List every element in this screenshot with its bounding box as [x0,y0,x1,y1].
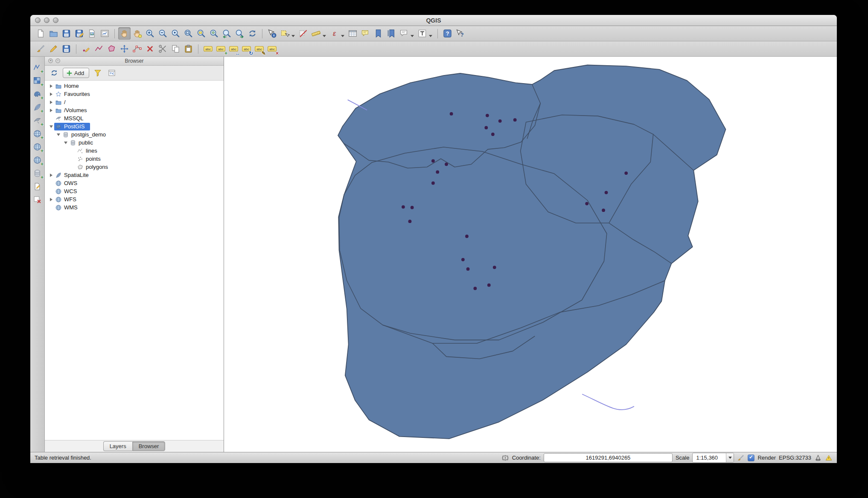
capture-line-button[interactable] [93,43,105,55]
tree-item-favourites[interactable]: Favourites [45,90,224,98]
new-bookmark-button[interactable] [372,27,384,40]
coordinate-input[interactable] [544,453,673,462]
scale-combo[interactable]: 1:15,360 [692,453,734,463]
copy-features-button[interactable] [169,43,182,55]
open-project-button[interactable] [47,27,60,40]
tree-item-postgis[interactable]: PostGIS [45,122,224,130]
current-edits-button[interactable] [35,43,47,55]
add-database-layer-button[interactable]: + [32,168,43,179]
save-edits-button[interactable] [60,43,73,55]
browser-refresh-button[interactable] [49,67,60,78]
label-pin-button[interactable]: + [215,43,227,55]
add-selected-layers-button[interactable]: Add [63,68,89,78]
zoom-to-selection-button[interactable] [195,27,207,40]
zoom-to-layer-button[interactable] [208,27,220,40]
remove-layer-button[interactable] [32,194,43,206]
annotation-button[interactable] [398,27,410,40]
window-titlebar[interactable]: QGIS [30,15,837,26]
attribute-table-button[interactable] [347,27,359,40]
add-wcs-layer-button[interactable]: + [32,141,43,153]
panel-tab-browser[interactable]: Browser [132,441,166,451]
identify-button[interactable] [266,27,278,40]
deselect-features-button[interactable] [297,27,309,40]
zoom-next-button[interactable] [233,27,246,40]
zoom-full-button[interactable] [182,27,195,40]
label-button[interactable] [202,43,214,55]
tree-item-[interactable]: / [45,98,224,106]
field-calculator-button[interactable] [328,27,341,40]
label-rotate-button[interactable]: ↻ [240,43,253,55]
help-button[interactable] [441,27,454,40]
expander-closed-icon[interactable] [48,84,54,88]
save-project-as-button[interactable] [73,27,85,40]
panel-tab-layers[interactable]: Layers [103,441,132,451]
expander-closed-icon[interactable] [48,174,54,177]
draw-brush-icon[interactable] [737,454,745,462]
measure-button[interactable] [310,27,322,40]
dropdown-caret-icon[interactable] [291,35,295,37]
whats-this-button[interactable] [454,27,466,40]
tree-item-wms[interactable]: WMS [45,203,224,211]
text-annotation-button[interactable] [416,27,428,40]
close-window-button[interactable] [35,17,41,23]
tree-item-spatialite[interactable]: SpatiaLite [45,171,224,179]
panel-close-button[interactable] [48,58,53,63]
new-print-composer-button[interactable] [99,27,111,40]
tree-item-wcs[interactable]: WCS [45,187,224,195]
add-raster-layer-button[interactable]: + [32,75,43,87]
expander-open-icon[interactable] [48,125,54,128]
add-wms-layer-button[interactable]: + [32,128,43,139]
label-move-button[interactable]: ↔ [227,43,240,55]
paste-features-button[interactable] [182,43,195,55]
zoom-native-button[interactable] [169,27,182,40]
zoom-last-button[interactable] [221,27,233,40]
new-shapefile-layer-button[interactable] [32,181,43,192]
tree-item-lines[interactable]: lines [45,147,224,155]
capture-polygon-button[interactable] [105,43,118,55]
log-messages-icon[interactable] [825,454,833,462]
expander-closed-icon[interactable] [48,93,54,96]
node-tool-button[interactable] [131,43,143,55]
tree-item-public[interactable]: public [45,139,224,147]
add-wfs-layer-button[interactable]: + [32,154,43,166]
save-as-image-button[interactable] [86,27,98,40]
minimize-window-button[interactable] [44,17,50,23]
dropdown-caret-icon[interactable] [323,35,326,37]
tree-item-ows[interactable]: OWS [45,179,224,187]
tree-item-wfs[interactable]: WFS [45,195,224,203]
cut-features-button[interactable] [157,43,169,55]
delete-selected-button[interactable] [144,43,156,55]
render-checkbox[interactable] [748,455,754,461]
dropdown-caret-icon[interactable] [429,35,432,37]
toggle-editing-button[interactable] [47,43,60,55]
expander-closed-icon[interactable] [48,198,54,201]
label-edit-button[interactable]: ✎ [253,43,265,55]
tree-item-points[interactable]: points [45,155,224,163]
new-project-button[interactable] [35,27,47,40]
map-canvas[interactable] [224,57,837,452]
crs-status-icon[interactable] [814,454,822,462]
add-vector-layer-button[interactable]: + [32,62,43,73]
save-project-button[interactable] [60,27,73,40]
zoom-window-button[interactable] [53,17,58,23]
tree-item-home[interactable]: Home [45,82,224,90]
capture-point-button[interactable] [80,43,92,55]
label-delete-button[interactable]: × [266,43,278,55]
expander-open-icon[interactable] [55,133,61,136]
show-bookmarks-button[interactable] [385,27,397,40]
expander-open-icon[interactable] [63,142,69,144]
tree-item-polygons[interactable]: polygons [45,163,224,171]
browser-collapse-button[interactable] [106,67,117,78]
dropdown-caret-icon[interactable] [411,35,414,37]
tree-item-mssql[interactable]: MSSQL [45,114,224,122]
add-mssql-layer-button[interactable]: + [32,115,43,126]
zoom-in-button[interactable] [144,27,156,40]
select-features-button[interactable] [279,27,291,40]
pan-to-selection-button[interactable] [131,27,143,40]
dropdown-caret-icon[interactable] [341,35,344,37]
refresh-map-button[interactable] [246,27,259,40]
expander-closed-icon[interactable] [48,101,54,104]
map-tips-button[interactable] [359,27,372,40]
pan-map-button[interactable] [118,27,131,40]
expander-closed-icon[interactable] [48,109,54,112]
